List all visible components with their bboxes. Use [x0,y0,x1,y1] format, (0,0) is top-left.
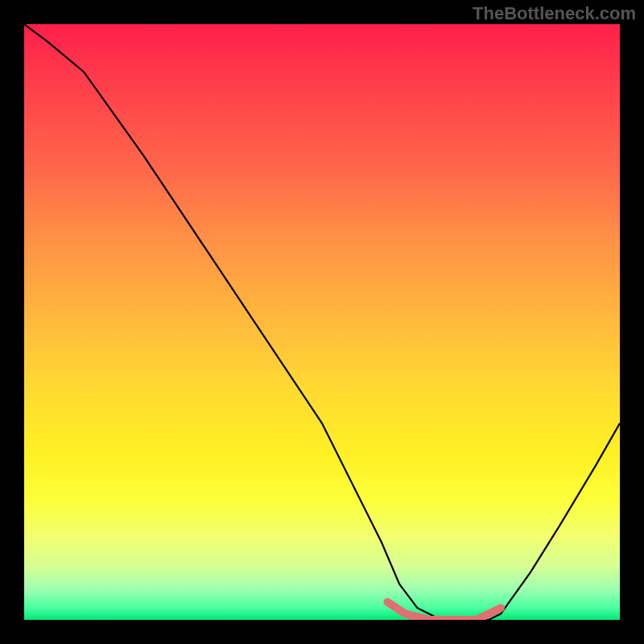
chart-container: TheBottleneck.com [0,0,644,644]
watermark-text: TheBottleneck.com [473,3,636,24]
curve-layer [24,24,620,620]
bottleneck-curve [24,24,620,620]
bottom-band-marker [387,602,501,620]
plot-area [24,24,620,620]
